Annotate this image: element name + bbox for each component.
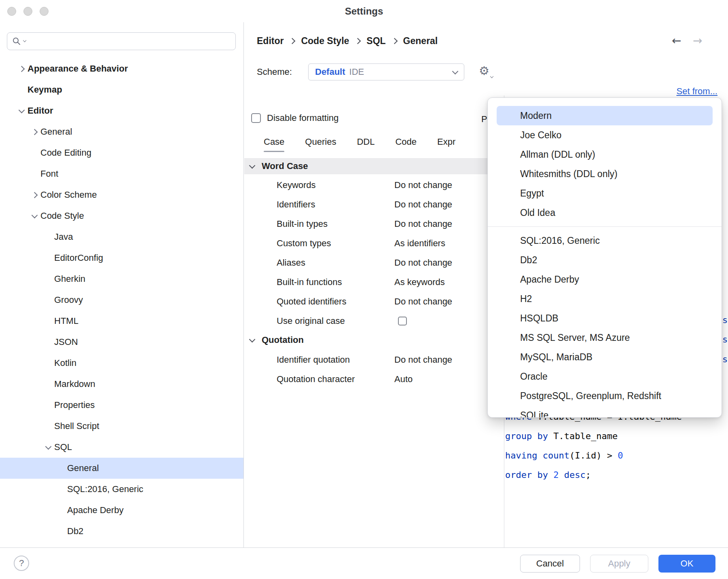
breadcrumb-item-code-style[interactable]: Code Style — [301, 36, 349, 46]
sidebar-item-label: Appearance & Behavior — [28, 63, 128, 74]
sidebar-item-sql-2016-generic[interactable]: SQL:2016, Generic — [0, 479, 243, 500]
sidebar-item-db2[interactable]: Db2 — [0, 521, 243, 542]
sidebar-item-json[interactable]: JSON — [0, 332, 243, 353]
menu-item-modern[interactable]: Modern — [497, 106, 713, 125]
menu-item-sqlite[interactable]: SQLite — [497, 406, 713, 418]
menu-item-apache-derby[interactable]: Apache Derby — [497, 270, 713, 289]
setting-label: Built-in functions — [277, 277, 342, 287]
style-preset-menu: ModernJoe CelkoAllman (DDL only)Whitesmi… — [487, 97, 722, 418]
sidebar-item-java[interactable]: Java — [0, 226, 243, 247]
value-dropdown-built-in-types[interactable]: Do not change — [394, 219, 452, 229]
menu-item-joe-celko[interactable]: Joe Celko — [497, 125, 713, 145]
value-dropdown-quoted-identifiers[interactable]: Do not change — [394, 296, 452, 307]
breadcrumb-item-editor[interactable]: Editor — [257, 36, 284, 46]
sidebar-item-appearance-behavior[interactable]: Appearance & Behavior — [0, 58, 243, 79]
disable-formatting-row: Disable formatting — [251, 113, 339, 123]
value-dropdown-custom-types[interactable]: As identifiers — [394, 238, 445, 249]
sidebar-item-code-editing[interactable]: Code Editing — [0, 142, 243, 163]
value-dropdown-identifiers[interactable]: Do not change — [394, 199, 452, 210]
sidebar-item-general[interactable]: General — [0, 458, 243, 479]
word-case-rows: KeywordsDo not changeIdentifiersDo not c… — [244, 175, 504, 331]
sidebar-item-apache-derby[interactable]: Apache Derby — [0, 500, 243, 521]
menu-item-oracle[interactable]: Oracle — [497, 367, 713, 386]
value-dropdown-identifier-quotation[interactable]: Do not change — [394, 355, 452, 365]
setting-label: Keywords — [277, 180, 316, 190]
settings-tabs: CaseQueriesDDLCodeExpr — [264, 137, 455, 152]
sidebar-item-kotlin[interactable]: Kotlin — [0, 353, 243, 374]
help-button[interactable]: ? — [14, 556, 29, 571]
menu-item-hsqldb[interactable]: HSQLDB — [497, 309, 713, 328]
sidebar-item-shell-script[interactable]: Shell Script — [0, 416, 243, 437]
menu-item-whitesmiths-ddl-only[interactable]: Whitesmiths (DDL only) — [497, 164, 713, 184]
ok-button[interactable]: OK — [658, 555, 715, 573]
value-dropdown-built-in-functions[interactable]: As keywords — [394, 277, 445, 287]
scheme-select[interactable]: Default IDE — [308, 63, 464, 80]
section-title: Word Case — [262, 161, 308, 171]
gear-chevron-icon — [490, 75, 493, 78]
checkbox-use-original-case[interactable] — [398, 317, 407, 325]
sidebar-item-keymap[interactable]: Keymap — [0, 79, 243, 100]
menu-item-old-idea[interactable]: Old Idea — [497, 203, 713, 222]
search-options-chevron-icon[interactable] — [23, 39, 26, 42]
code-edge-fragment: s — [722, 334, 728, 344]
disable-formatting-label: Disable formatting — [267, 113, 339, 123]
sidebar-item-color-scheme[interactable]: Color Scheme — [0, 184, 243, 205]
sidebar-item-gherkin[interactable]: Gherkin — [0, 268, 243, 290]
sidebar-item-label: EditorConfig — [54, 253, 103, 263]
menu-item-ms-sql-server-ms-azure[interactable]: MS SQL Server, MS Azure — [497, 328, 713, 347]
setting-label: Built-in types — [277, 219, 328, 229]
setting-row-quoted-identifiers: Quoted identifiersDo not change — [244, 292, 504, 311]
preview-code: where T.table_name = I.table_namegroup b… — [505, 407, 682, 485]
sidebar-item-sql[interactable]: SQL — [0, 437, 243, 458]
breadcrumb-item-sql[interactable]: SQL — [366, 36, 385, 46]
sidebar-item-markdown[interactable]: Markdown — [0, 374, 243, 395]
collapse-chevron-icon — [249, 336, 256, 342]
apply-button[interactable]: Apply — [590, 555, 648, 573]
sidebar-item-editor[interactable]: Editor — [0, 100, 243, 121]
chevron-right-icon — [15, 67, 28, 71]
tab-expr[interactable]: Expr — [437, 137, 455, 152]
forward-arrow-icon[interactable]: → — [693, 34, 702, 47]
tab-queries[interactable]: Queries — [305, 137, 336, 152]
menu-item-h2[interactable]: H2 — [497, 289, 713, 309]
menu-item-db2[interactable]: Db2 — [497, 250, 713, 270]
section-word-case-header[interactable]: Word Case — [244, 158, 504, 174]
code-line: order by 2 desc; — [505, 465, 682, 485]
set-from-link[interactable]: Set from... — [677, 86, 717, 97]
menu-item-postgresql-greenplum-redshift[interactable]: PostgreSQL, Greenplum, Redshift — [497, 386, 713, 406]
sidebar-item-label: SQL:2016, Generic — [67, 484, 143, 494]
chevron-down-icon — [28, 215, 40, 218]
settings-search-input[interactable] — [28, 36, 231, 46]
settings-search-box[interactable] — [7, 32, 236, 50]
code-edge-fragment: s — [722, 354, 728, 364]
menu-item-egypt[interactable]: Egypt — [497, 184, 713, 203]
menu-item-sql-2016-generic[interactable]: SQL:2016, Generic — [497, 231, 713, 250]
sidebar-item-general[interactable]: General — [0, 121, 243, 142]
sidebar-item-editorconfig[interactable]: EditorConfig — [0, 247, 243, 268]
setting-label: Identifier quotation — [277, 355, 350, 365]
back-arrow-icon[interactable]: ← — [672, 34, 681, 47]
sidebar-item-html[interactable]: HTML — [0, 311, 243, 332]
sidebar-item-properties[interactable]: Properties — [0, 395, 243, 416]
collapse-chevron-icon — [249, 162, 256, 169]
value-dropdown-keywords[interactable]: Do not change — [394, 180, 452, 190]
menu-item-allman-ddl-only[interactable]: Allman (DDL only) — [497, 145, 713, 164]
breadcrumb-item-general[interactable]: General — [403, 36, 438, 46]
tab-case[interactable]: Case — [264, 137, 284, 152]
sidebar-item-groovy[interactable]: Groovy — [0, 290, 243, 311]
sidebar-item-label: General — [40, 127, 72, 137]
value-dropdown-aliases[interactable]: Do not change — [394, 258, 452, 268]
chevron-right-icon — [28, 130, 40, 134]
setting-row-keywords: KeywordsDo not change — [244, 175, 504, 195]
code-line: group by T.table_name — [505, 427, 682, 446]
sidebar-item-code-style[interactable]: Code Style — [0, 205, 243, 226]
cancel-button[interactable]: Cancel — [520, 555, 580, 573]
section-quotation-header[interactable]: Quotation — [244, 333, 304, 347]
value-dropdown-quotation-character[interactable]: Auto — [394, 374, 413, 385]
tab-ddl[interactable]: DDL — [357, 137, 375, 152]
sidebar-item-font[interactable]: Font — [0, 163, 243, 184]
menu-item-mysql-mariadb[interactable]: MySQL, MariaDB — [497, 347, 713, 367]
disable-formatting-checkbox[interactable] — [251, 113, 261, 123]
scheme-actions-button[interactable]: ⚙ — [479, 64, 493, 78]
tab-code[interactable]: Code — [395, 137, 417, 152]
